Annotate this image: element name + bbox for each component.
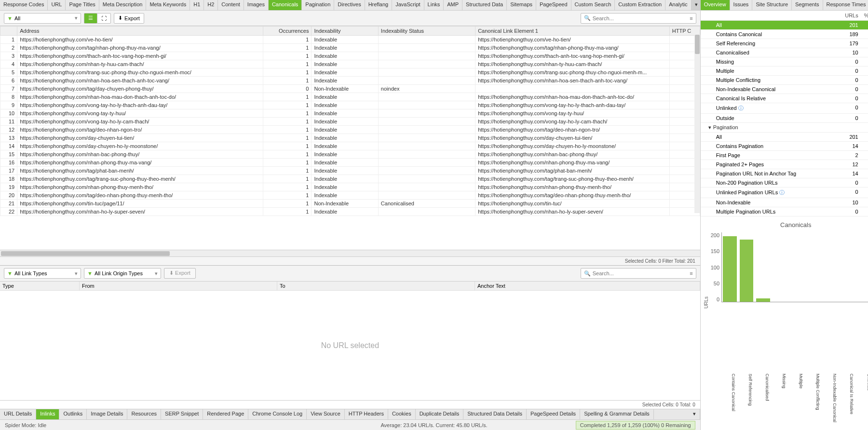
table-row[interactable]: 4 https://hotienphongthuy.com/nhan-ty-hu… xyxy=(0,60,700,68)
table-row[interactable]: 21 https://hotienphongthuy.com/tin-tuc/p… xyxy=(0,200,700,208)
stat-row[interactable]: Unlinked ⓘ00% xyxy=(701,103,868,114)
lower-col-header[interactable]: Type xyxy=(0,282,80,290)
table-row[interactable]: 18 https://hotienphongthuy.com/tag/trang… xyxy=(0,175,700,183)
table-row[interactable]: 6 https://hotienphongthuy.com/nhan-hoa-s… xyxy=(0,77,700,85)
stat-row[interactable]: Unlinked Pagination URLs ⓘ00% xyxy=(701,188,868,198)
top-tab-links[interactable]: Links xyxy=(424,0,444,10)
stat-row[interactable]: All201100% xyxy=(701,21,868,30)
stat-row[interactable]: Missing00% xyxy=(701,57,868,67)
table-row[interactable]: 19 https://hotienphongthuy.com/nhan-phon… xyxy=(0,183,700,191)
top-tab-hreflang[interactable]: Hreflang xyxy=(365,0,393,10)
right-tab-segments[interactable]: Segments xyxy=(792,0,823,10)
horizontal-scrollbar[interactable] xyxy=(0,250,700,256)
table-row[interactable]: 3 https://hotienphongthuy.com/thach-anh-… xyxy=(0,52,700,60)
top-tab-structured-data[interactable]: Structured Data xyxy=(462,0,507,10)
top-tab-h2[interactable]: H2 xyxy=(204,0,218,10)
stat-row[interactable]: Non-Indexable Canonical00% xyxy=(701,85,868,94)
lower-col-header[interactable]: From xyxy=(80,282,277,290)
stat-row[interactable]: Contains Pagination146.97% xyxy=(701,142,868,151)
top-tab-pagination[interactable]: Pagination xyxy=(302,0,334,10)
stat-row[interactable]: Contains Canonical18994.03% xyxy=(701,30,868,39)
top-tab-url[interactable]: URL xyxy=(48,0,66,10)
table-row[interactable]: 8 https://hotienphongthuy.com/nhan-hoa-m… xyxy=(0,93,700,101)
col-header[interactable]: HTTP C xyxy=(669,27,700,36)
stat-row[interactable]: Outside 00% xyxy=(701,114,868,123)
stat-group-pagination[interactable]: ▾Pagination xyxy=(701,123,868,133)
bottom-tab-url-details[interactable]: URL Details xyxy=(0,409,36,419)
col-header[interactable] xyxy=(0,27,17,36)
table-row[interactable]: 7 https://hotienphongthuy.com/tag/day-ch… xyxy=(0,85,700,93)
table-row[interactable]: 20 https://hotienphongthuy.com/tag/deo-n… xyxy=(0,191,700,200)
bottom-tab-image-details[interactable]: Image Details xyxy=(87,409,127,419)
top-tab-h1[interactable]: H1 xyxy=(190,0,204,10)
stat-row[interactable]: Self Referencing17989.05% xyxy=(701,39,868,48)
bottom-tab-outlinks[interactable]: Outlinks xyxy=(59,409,87,419)
lower-search-box[interactable]: 🔍 ≡ xyxy=(581,268,696,279)
top-tab-canonicals[interactable]: Canonicals xyxy=(269,0,302,10)
bottom-tab-http-headers[interactable]: HTTP Headers xyxy=(345,409,388,419)
table-row[interactable]: 14 https://hotienphongthuy.com/day-chuye… xyxy=(0,142,700,150)
link-origin-dropdown[interactable]: ▼ All Link Origin Types ▾ xyxy=(84,268,161,279)
bottom-tab-structured-data-details[interactable]: Structured Data Details xyxy=(463,409,527,419)
stat-row[interactable]: Non-Indexable104.98% xyxy=(701,198,868,207)
stat-row[interactable]: Multiple Pagination URLs00% xyxy=(701,207,868,216)
bottom-tab-chrome-console-log[interactable]: Chrome Console Log xyxy=(248,409,307,419)
top-tab-images[interactable]: Images xyxy=(244,0,269,10)
vertical-scrollbar[interactable] xyxy=(694,35,700,213)
bottom-tab-serp-snippet[interactable]: SERP Snippet xyxy=(161,409,203,419)
top-tab-directives[interactable]: Directives xyxy=(334,0,365,10)
search-options-icon[interactable]: ≡ xyxy=(690,15,692,21)
table-row[interactable]: 10 https://hotienphongthuy.com/vong-tay-… xyxy=(0,109,700,118)
top-tab-meta-description[interactable]: Meta Description xyxy=(99,0,147,10)
top-tab-javascript[interactable]: JavaScript xyxy=(392,0,424,10)
table-row[interactable]: 16 https://hotienphongthuy.com/nhan-phon… xyxy=(0,159,700,167)
filter-dropdown[interactable]: ▼ All ▾ xyxy=(4,13,81,24)
stat-row[interactable]: All201100% xyxy=(701,133,868,142)
bottom-tab-cookies[interactable]: Cookies xyxy=(388,409,416,419)
top-tab-analytic[interactable]: Analytic xyxy=(665,0,692,10)
bottom-tab-inlinks[interactable]: Inlinks xyxy=(36,409,59,419)
bottom-tab-spelling-&-grammar-details[interactable]: Spelling & Grammar Details xyxy=(580,409,654,419)
top-tab-custom-search[interactable]: Custom Search xyxy=(571,0,615,10)
right-tab-response-times[interactable]: Response Times xyxy=(823,0,868,10)
top-tab-response-codes[interactable]: Response Codes xyxy=(0,0,48,10)
stat-row[interactable]: Paginated 2+ Pages125.97% xyxy=(701,160,868,169)
top-tab-custom-extraction[interactable]: Custom Extraction xyxy=(615,0,665,10)
stat-row[interactable]: Pagination URL Not in Anchor Tag146.97% xyxy=(701,169,868,178)
stat-row[interactable]: First Page21% xyxy=(701,151,868,160)
col-header[interactable]: Indexability xyxy=(312,27,378,36)
list-view-button[interactable]: ☰ xyxy=(84,13,97,24)
table-row[interactable]: 15 https://hotienphongthuy.com/nhan-bac-… xyxy=(0,150,700,159)
stat-row[interactable]: Multiple Conflicting00% xyxy=(701,76,868,85)
search-box[interactable]: 🔍 ≡ xyxy=(581,13,696,24)
table-row[interactable]: 9 https://hotienphongthuy.com/vong-tay-h… xyxy=(0,101,700,109)
table-row[interactable]: 5 https://hotienphongthuy.com/trang-suc-… xyxy=(0,68,700,77)
top-tab-amp[interactable]: AMP xyxy=(444,0,462,10)
right-tab-issues[interactable]: Issues xyxy=(730,0,753,10)
bottom-tab-resources[interactable]: Resources xyxy=(127,409,161,419)
link-types-dropdown[interactable]: ▼ All Link Types ▾ xyxy=(4,268,81,279)
right-tab-site-structure[interactable]: Site Structure xyxy=(752,0,792,10)
lower-col-header[interactable]: To xyxy=(277,282,475,290)
bottom-tab-pagespeed-details[interactable]: PageSpeed Details xyxy=(527,409,580,419)
table-row[interactable]: 17 https://hotienphongthuy.com/tag/phat-… xyxy=(0,167,700,175)
top-tab-pagespeed[interactable]: PageSpeed xyxy=(536,0,571,10)
stat-row[interactable]: Non-200 Pagination URLs00% xyxy=(701,178,868,188)
table-row[interactable]: 12 https://hotienphongthuy.com/tag/deo-n… xyxy=(0,126,700,134)
export-button[interactable]: ⬇ Export xyxy=(114,13,144,24)
lower-search-input[interactable] xyxy=(593,270,688,276)
right-tab-overview[interactable]: Overview xyxy=(701,0,730,10)
col-header[interactable]: Occurrences xyxy=(263,27,312,36)
stat-row[interactable]: Multiple00% xyxy=(701,67,868,76)
bottom-tab-duplicate-details[interactable]: Duplicate Details xyxy=(416,409,464,419)
table-row[interactable]: 13 https://hotienphongthuy.com/day-chuye… xyxy=(0,134,700,142)
table-row[interactable]: 11 https://hotienphongthuy.com/vong-tay-… xyxy=(0,118,700,126)
col-header[interactable]: Address xyxy=(17,27,263,36)
table-row[interactable]: 2 https://hotienphongthuy.com/tag/nhan-p… xyxy=(0,44,700,52)
bottom-tab-view-source[interactable]: View Source xyxy=(307,409,345,419)
bottom-tab-rendered-page[interactable]: Rendered Page xyxy=(203,409,248,419)
stat-row[interactable]: Canonicalised104.98% xyxy=(701,48,868,57)
top-tab-meta-keywords[interactable]: Meta Keywords xyxy=(146,0,190,10)
top-tabs-overflow[interactable]: ▾ xyxy=(692,0,700,10)
col-header[interactable]: Canonical Link Element 1 xyxy=(475,27,670,36)
